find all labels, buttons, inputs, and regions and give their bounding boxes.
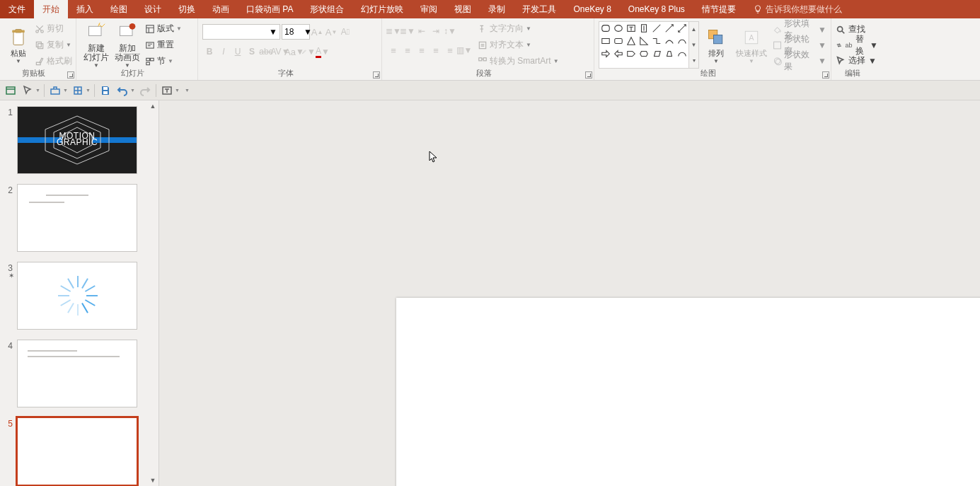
font-launcher[interactable] xyxy=(373,71,380,79)
quick-styles-button[interactable]: A 快速样式▼ xyxy=(733,21,770,69)
shape-gallery-spinner[interactable]: ▲▼▾ xyxy=(689,21,699,69)
font-size-combo[interactable]: ▼ xyxy=(282,24,310,40)
tab-home[interactable]: 开始 xyxy=(34,0,68,18)
shape-ellipse[interactable] xyxy=(612,22,625,35)
tab-onekey8[interactable]: OneKey 8 xyxy=(565,0,619,18)
shape-trapezoid[interactable] xyxy=(663,47,676,60)
inc-indent-button[interactable]: ⇥ xyxy=(429,24,443,38)
dec-indent-button[interactable]: ⇤ xyxy=(415,24,429,38)
shape-parallelogram[interactable] xyxy=(650,47,663,60)
tab-shapecombo[interactable]: 形状组合 xyxy=(301,0,352,18)
slide-thumbnail-3[interactable] xyxy=(17,262,137,330)
cut-button[interactable]: 剪切 xyxy=(33,21,74,36)
clear-format-button[interactable]: A⃠ xyxy=(338,25,352,39)
shape-rect-round[interactable] xyxy=(599,22,612,35)
font-name-combo[interactable]: ▼ xyxy=(202,24,280,40)
columns-button[interactable]: ▥▼ xyxy=(457,43,471,57)
shadow-button[interactable]: S xyxy=(245,45,259,59)
font-name-input[interactable] xyxy=(203,27,267,37)
changecase-button[interactable]: Aa▼ xyxy=(287,45,301,59)
clipboard-launcher[interactable] xyxy=(67,71,74,79)
scroll-down-icon[interactable]: ▼ xyxy=(147,475,158,486)
tab-animations[interactable]: 动画 xyxy=(204,0,238,18)
shape-curve[interactable] xyxy=(663,35,676,47)
align-center-button[interactable]: ≡ xyxy=(400,43,415,57)
arrange-button[interactable]: 排列▼ xyxy=(702,21,730,69)
qat-item-textbox[interactable] xyxy=(159,83,175,98)
shape-rect[interactable] xyxy=(599,35,612,47)
format-painter-button[interactable]: 格式刷 xyxy=(33,54,74,69)
qat-item-1[interactable] xyxy=(3,83,18,98)
highlight-button[interactable]: ▼ xyxy=(301,45,316,59)
font-size-input[interactable] xyxy=(282,27,302,37)
text-direction-button[interactable]: 文字方向▼ xyxy=(475,21,561,36)
gallery-up-icon[interactable]: ▲ xyxy=(689,22,698,37)
shape-effects-button[interactable]: 形状效果▼ xyxy=(773,54,826,68)
numbering-button[interactable]: ≣▼ xyxy=(400,24,415,38)
qat-undo-button[interactable] xyxy=(115,83,130,98)
qat-dd-2[interactable]: ▼ xyxy=(35,88,41,93)
paragraph-launcher[interactable] xyxy=(585,71,592,79)
tab-view[interactable]: 视图 xyxy=(446,0,480,18)
select-button[interactable]: 选择▼ xyxy=(836,54,878,68)
shape-pentagon[interactable] xyxy=(625,47,638,60)
qat-item-4[interactable] xyxy=(70,83,86,98)
tab-draw[interactable]: 绘图 xyxy=(102,0,136,18)
tab-review[interactable]: 审阅 xyxy=(412,0,446,18)
align-right-button[interactable]: ≡ xyxy=(415,43,429,57)
slide-thumbnail-2[interactable] xyxy=(17,184,137,252)
tab-onekey8plus[interactable]: OneKey 8 Plus xyxy=(620,0,693,18)
qat-dd-4[interactable]: ▼ xyxy=(86,88,91,93)
qat-redo-button[interactable] xyxy=(137,83,153,98)
shape-arrow-left[interactable] xyxy=(612,47,625,60)
tab-transitions[interactable]: 切换 xyxy=(170,0,204,18)
tab-record[interactable]: 录制 xyxy=(480,0,514,18)
tab-slideshow[interactable]: 幻灯片放映 xyxy=(352,0,412,18)
scroll-up-icon[interactable]: ▲ xyxy=(147,100,158,112)
section-button[interactable]: 节▼ xyxy=(143,54,184,69)
reset-button[interactable]: 重置 xyxy=(143,37,184,52)
shape-roundrect[interactable] xyxy=(612,35,625,47)
tab-insert[interactable]: 插入 xyxy=(68,0,102,18)
layout-button[interactable]: 版式▼ xyxy=(143,21,184,36)
shape-elbow[interactable] xyxy=(650,35,663,47)
shape-arc[interactable] xyxy=(676,47,688,60)
shape-arrow-right[interactable] xyxy=(599,47,612,60)
slide-thumbnail-4[interactable] xyxy=(17,340,137,407)
drawing-launcher[interactable] xyxy=(822,71,829,79)
qat-undo-dd[interactable]: ▼ xyxy=(130,88,136,93)
slide-thumbnail-5[interactable] xyxy=(17,417,137,485)
shape-rtriangle[interactable] xyxy=(638,35,650,47)
thumbnail-pane[interactable]: 1 MOTIONGRAPHIC 2 3✶ 4 xyxy=(0,100,159,486)
tell-me[interactable]: 告诉我你想要做什么 xyxy=(744,4,851,16)
shape-double-arrow[interactable] xyxy=(676,22,688,35)
copy-button[interactable]: 复制▼ xyxy=(33,37,74,52)
qat-dd-3[interactable]: ▼ xyxy=(63,88,69,93)
shape-freeform[interactable] xyxy=(676,35,688,47)
distribute-button[interactable]: ≡ xyxy=(443,43,457,57)
qat-dd-5[interactable]: ▼ xyxy=(175,88,180,93)
grow-font-button[interactable]: A▲ xyxy=(310,25,324,39)
align-left-button[interactable]: ≡ xyxy=(386,43,400,57)
bold-button[interactable]: B xyxy=(202,45,217,59)
paste-button[interactable]: 粘贴 ▼ xyxy=(4,21,33,69)
replace-button[interactable]: ab替换▼ xyxy=(836,38,878,52)
underline-button[interactable]: U xyxy=(231,45,245,59)
font-color-button[interactable]: A▼ xyxy=(316,45,330,59)
smartart-button[interactable]: 转换为 SmartArt▼ xyxy=(475,54,561,69)
shape-textbox[interactable] xyxy=(625,22,638,35)
gallery-down-icon[interactable]: ▼ xyxy=(689,37,698,53)
shape-triangle[interactable] xyxy=(625,35,638,47)
shape-vtextbox[interactable] xyxy=(638,22,650,35)
tab-story[interactable]: 情节提要 xyxy=(693,0,744,18)
align-text-button[interactable]: 对齐文本▼ xyxy=(475,37,561,52)
shrink-font-button[interactable]: A▼ xyxy=(324,25,338,39)
shape-hexagon[interactable] xyxy=(638,47,650,60)
tab-pa[interactable]: 口袋动画 PA xyxy=(238,0,301,18)
qat-customize[interactable]: ▼ xyxy=(185,88,190,93)
thumbnail-scrollbar[interactable]: ▲ ▼ xyxy=(147,100,158,486)
new-slide-button[interactable]: 新建幻灯片 ▼ xyxy=(81,21,112,69)
shape-gallery[interactable] xyxy=(599,21,689,69)
slide-canvas[interactable] xyxy=(396,298,980,486)
slide-canvas-area[interactable] xyxy=(159,100,980,486)
